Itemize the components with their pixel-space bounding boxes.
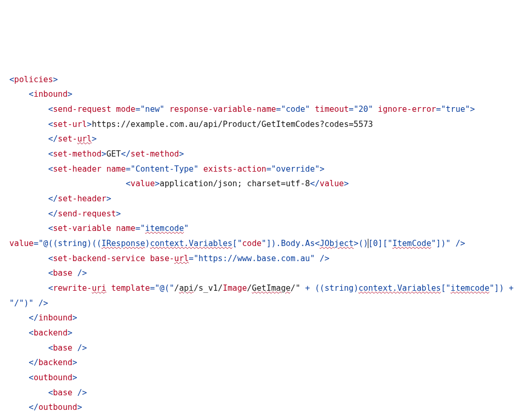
tag-outbound-open: outbound xyxy=(34,373,73,382)
tag-send-request: send-request xyxy=(53,105,111,114)
tag-set-url-open: set-url xyxy=(53,120,87,129)
tag-base-2: base xyxy=(53,343,72,353)
tag-base-1: base xyxy=(53,268,72,278)
tag-base-3: base xyxy=(53,388,72,397)
tag-inbound-open: inbound xyxy=(34,89,68,99)
tag-outbound-close: outbound xyxy=(38,403,77,412)
tag-inbound-close: inbound xyxy=(38,313,72,322)
tag-value-open: value xyxy=(130,179,155,188)
tag-set-method-open: set-method xyxy=(53,149,101,159)
tag-backend-open: backend xyxy=(34,328,68,338)
tag-set-backend: set-backend-service xyxy=(53,254,145,263)
set-url-text: https://example.com.au/api/Product/GetIt… xyxy=(92,120,373,129)
tag-set-variable: set-variable xyxy=(53,224,111,233)
tag-policies-open: policies xyxy=(14,75,53,84)
tag-set-header-open: set-header xyxy=(53,164,101,174)
tag-set-header-close: set-header xyxy=(58,194,106,203)
xml-policy-code: <policies> <inbound> <send-request mode=… xyxy=(9,72,523,413)
tag-send-request-close: send-request xyxy=(58,209,116,218)
tag-backend-close: backend xyxy=(38,358,72,367)
